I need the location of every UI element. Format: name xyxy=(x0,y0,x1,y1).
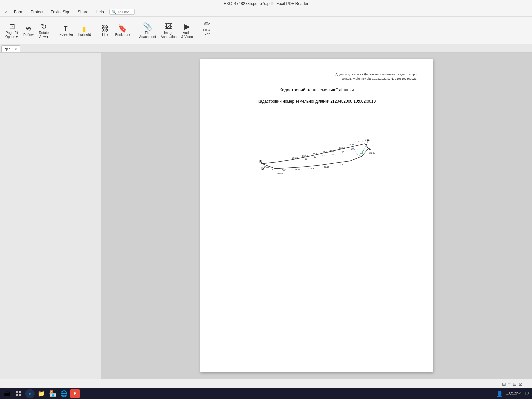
svg-text:6.87: 6.87 xyxy=(340,163,345,166)
fill-sign-button[interactable]: ✏ Fill &Sign xyxy=(200,19,214,37)
menu-v[interactable]: v xyxy=(1,9,10,15)
chrome-button[interactable]: 🌐 xyxy=(59,389,68,398)
reflow-label: Reflow xyxy=(23,33,34,37)
svg-text:15.55: 15.55 xyxy=(358,140,364,143)
menu-form[interactable]: Form xyxy=(11,9,27,15)
image-annotation-button[interactable]: 🖼 ImageAnnotation xyxy=(159,19,179,42)
image-annotation-label: ImageAnnotation xyxy=(161,31,177,39)
svg-text:14.79: 14.79 xyxy=(264,166,270,168)
file-attachment-button[interactable]: 📎 FileAttachment xyxy=(137,19,158,42)
currency-rate: +1.3 xyxy=(522,392,529,396)
pdf-header-line1: Додаток до витягу з Державного земельног… xyxy=(336,73,417,76)
rotate-view-button[interactable]: ↻ RotateView▼ xyxy=(36,19,51,42)
ribbon-section-insert: 📎 FileAttachment 🖼 ImageAnnotation ▶ Aud… xyxy=(137,19,195,42)
svg-text:21.59: 21.59 xyxy=(369,152,375,154)
typewriter-icon: T xyxy=(64,25,67,32)
typewriter-label: Typewriter xyxy=(58,33,73,37)
file-explorer-button[interactable]: 📁 xyxy=(37,389,46,398)
tab-pdf[interactable]: :p7... × xyxy=(1,45,20,52)
link-button[interactable]: ⛓ Link xyxy=(98,19,112,42)
menu-help[interactable]: Help xyxy=(92,9,107,15)
svg-rect-33 xyxy=(16,391,18,393)
status-bar: ⊞ ≡ ⊟ ⊠ — xyxy=(0,379,532,388)
bookmark-button[interactable]: 🔖 Bookmark xyxy=(113,19,132,42)
fill-sign-icon: ✏ xyxy=(204,20,210,28)
svg-text:18.99: 18.99 xyxy=(295,168,301,171)
title-bar: EXC_47482785.pdf.p7s.pdf - Foxit PDF Rea… xyxy=(0,0,532,7)
svg-text:11: 11 xyxy=(305,158,307,160)
cadastral-label: Кадастровий номер земельної ділянки xyxy=(258,99,329,104)
fill-sign-label: Fill &Sign xyxy=(203,28,211,36)
typewriter-button[interactable]: T Typewriter xyxy=(56,19,75,42)
menu-search[interactable]: 🔍 Tell me... xyxy=(109,9,135,15)
menu-foxit-esign[interactable]: Foxit eSign xyxy=(47,9,74,15)
land-plot-diagram: Г А В Б 4.58 15.55 27.93 20.29 15.2 11.4… xyxy=(259,117,375,177)
reflow-icon: ≋ xyxy=(25,25,31,32)
pdf-header: Додаток до витягу з Державного земельног… xyxy=(217,72,417,81)
tab-bar: :p7... × xyxy=(0,44,532,53)
svg-text:4.58: 4.58 xyxy=(365,139,370,141)
svg-point-29 xyxy=(261,163,263,164)
highlight-label: Highlight xyxy=(78,33,91,37)
status-separator: — xyxy=(525,382,529,386)
task-view-icon xyxy=(16,391,21,396)
svg-text:14: 14 xyxy=(332,153,334,156)
edge-button[interactable]: e xyxy=(25,389,35,398)
ribbon-group-fill: ✏ Fill &Sign xyxy=(198,18,216,44)
bookmark-icon: 🔖 xyxy=(118,25,127,32)
cadastral-number[interactable]: 2120482000:10:002:0010 xyxy=(330,99,376,104)
currency-display: USD/JPY +1.3 xyxy=(506,392,529,396)
svg-text:15.27: 15.27 xyxy=(292,157,298,159)
highlight-button[interactable]: ▮ Highlight xyxy=(76,19,93,42)
left-panel xyxy=(0,53,101,379)
view-icon-1[interactable]: ⊞ xyxy=(502,381,506,387)
task-view-button[interactable] xyxy=(14,389,23,398)
page-fit-button[interactable]: ⊡ Page FitOption▼ xyxy=(3,19,20,42)
file-attachment-icon: 📎 xyxy=(143,23,152,30)
store-button[interactable]: 🏪 xyxy=(48,389,57,398)
reflow-button[interactable]: ≋ Reflow xyxy=(21,19,36,42)
svg-rect-36 xyxy=(19,394,21,396)
svg-text:23.24: 23.24 xyxy=(313,153,319,155)
taskbar: 🏔 e 📁 🏪 🌐 F 👤 USD/JPY +1.3 xyxy=(0,388,532,399)
link-icon: ⛓ xyxy=(101,25,109,32)
ribbon-section-links: ⛓ Link 🔖 Bookmark xyxy=(98,19,132,42)
link-label: Link xyxy=(102,33,108,37)
svg-text:15.2: 15.2 xyxy=(330,150,334,152)
tab-label: :p7... xyxy=(5,47,13,51)
svg-text:10: 10 xyxy=(360,144,363,147)
view-icon-4[interactable]: ⊠ xyxy=(519,381,523,387)
svg-text:15: 15 xyxy=(342,151,344,153)
menu-protect[interactable]: Protect xyxy=(27,9,47,15)
audio-video-icon: ▶ xyxy=(184,23,190,30)
title-text: EXC_47482785.pdf.p7s.pdf - Foxit PDF Rea… xyxy=(224,1,308,6)
ribbon-group-links: ⛓ Link 🔖 Bookmark xyxy=(96,18,134,44)
svg-text:16.93: 16.93 xyxy=(277,172,283,175)
ribbon-group-annotate: T Typewriter ▮ Highlight xyxy=(54,18,95,44)
ribbon-group-view: ⊡ Page FitOption▼ ≋ Reflow ↻ RotateView▼ xyxy=(1,18,53,44)
svg-text:7: 7 xyxy=(272,168,273,170)
tab-close-button[interactable]: × xyxy=(15,47,17,51)
foxit-taskbar-button[interactable]: F xyxy=(70,389,80,398)
pdf-area[interactable]: Додаток до витягу з Державного земельног… xyxy=(101,53,532,379)
search-icon: 🔍 xyxy=(112,10,116,14)
svg-rect-35 xyxy=(16,394,18,396)
svg-text:46.16: 46.16 xyxy=(324,166,330,168)
rotate-view-icon: ↻ xyxy=(41,23,47,30)
start-button[interactable]: 🏔 xyxy=(3,389,12,398)
image-annotation-icon: 🖼 xyxy=(165,23,172,30)
pdf-cadastral: Кадастровий номер земельної ділянки 2120… xyxy=(217,99,417,104)
svg-text:10: 10 xyxy=(351,148,354,150)
svg-text:27.93: 27.93 xyxy=(348,143,354,146)
svg-point-30 xyxy=(368,148,369,149)
svg-point-32 xyxy=(275,168,276,169)
view-icon-3[interactable]: ⊟ xyxy=(513,381,517,387)
system-icon[interactable]: 👤 xyxy=(496,391,503,397)
menu-bar: v Form Protect Foxit eSign Share Help 🔍 … xyxy=(0,7,532,17)
menu-share[interactable]: Share xyxy=(74,9,92,15)
page-fit-icon: ⊡ xyxy=(9,23,15,30)
svg-point-3 xyxy=(363,150,364,151)
search-placeholder: Tell me... xyxy=(118,10,132,14)
audio-video-button[interactable]: ▶ Audio& Video xyxy=(179,19,195,42)
view-icon-2[interactable]: ≡ xyxy=(508,381,511,387)
